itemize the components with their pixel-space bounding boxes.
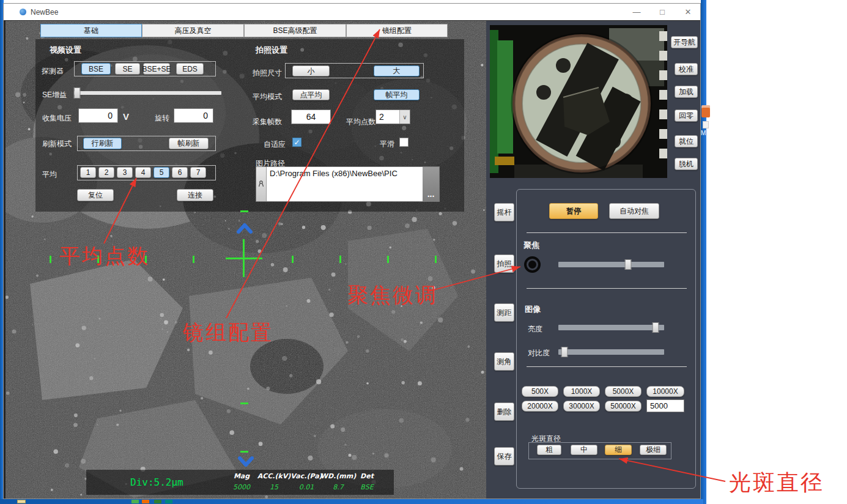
video-settings-title: 视频设置: [50, 45, 81, 56]
delete-button[interactable]: 删除: [494, 402, 514, 421]
browse-dots: ...: [427, 189, 435, 199]
scale-tick: [339, 256, 341, 263]
spot-coarse-button[interactable]: 粗: [537, 445, 561, 455]
desktop-partial-icon[interactable]: [703, 121, 709, 128]
minimize-button[interactable]: —: [626, 4, 647, 20]
measure-distance-button[interactable]: 测距: [494, 303, 514, 322]
title-bar[interactable]: NewBee — □ ✕: [4, 4, 700, 20]
average-6-button[interactable]: 6: [172, 167, 188, 178]
detector-eds-button[interactable]: EDS: [176, 63, 204, 75]
chevron-up-icon[interactable]: [237, 223, 253, 234]
contrast-slider[interactable]: [558, 349, 664, 355]
desktop-partial-icon[interactable]: [701, 105, 710, 117]
nav-inposition-button[interactable]: 就位: [675, 135, 698, 147]
taskbar-app-icon[interactable]: [165, 500, 172, 503]
path-input[interactable]: D:\Program Files (x86)\NewBee\PIC: [267, 167, 423, 201]
average-2-button[interactable]: 2: [98, 167, 114, 178]
mag-value-input[interactable]: [646, 399, 684, 412]
size-small-button[interactable]: 小: [292, 65, 330, 76]
focus-slider[interactable]: [558, 262, 664, 267]
nav-calibrate-button[interactable]: 校准: [675, 63, 698, 75]
brightness-slider[interactable]: [558, 325, 664, 330]
tab-bse-advanced[interactable]: BSE高级配置: [244, 24, 346, 37]
detector-bse-se-button[interactable]: BSE+SE: [143, 63, 170, 75]
adaptive-checkbox[interactable]: ✓: [292, 138, 301, 147]
frames-input[interactable]: [291, 109, 331, 124]
snapshot-button[interactable]: 拍照: [494, 254, 514, 273]
spot-size-label: 光斑直径: [531, 434, 561, 444]
mag-20000x-button[interactable]: 20000X: [522, 401, 558, 412]
path-value: D:\Program Files (x86)\NewBee\PIC: [270, 169, 398, 178]
window-title: NewBee: [31, 8, 58, 17]
se-gain-slider-thumb[interactable]: [73, 87, 80, 98]
mag-30000x-button[interactable]: 30000X: [563, 401, 600, 412]
connect-button[interactable]: 连接: [177, 189, 213, 201]
focus-slider-thumb[interactable]: [625, 259, 632, 270]
taskbar-app-icon[interactable]: [154, 500, 161, 503]
separator: [527, 366, 687, 367]
taskbar-app-icon[interactable]: [142, 500, 149, 503]
brightness-slider-thumb[interactable]: [653, 322, 659, 333]
average-7-button[interactable]: 7: [190, 167, 206, 178]
taskbar-sliver[interactable]: [0, 499, 703, 504]
detector-bse-button[interactable]: BSE: [81, 63, 111, 75]
collect-voltage-input[interactable]: [78, 108, 118, 123]
point-average-button[interactable]: 点平均: [292, 89, 330, 100]
spot-ultrafine-button[interactable]: 极细: [640, 445, 667, 455]
joystick-button[interactable]: 摇杆: [494, 203, 514, 221]
refresh-row-button[interactable]: 行刷新: [83, 138, 122, 149]
photo-size-label: 拍照尺寸: [253, 68, 282, 78]
autofocus-button[interactable]: 自动对焦: [609, 203, 659, 219]
save-button[interactable]: 保存: [494, 447, 514, 465]
check-icon: ✓: [294, 138, 300, 147]
nav-open-button[interactable]: 开导航: [671, 36, 698, 48]
detector-se-button[interactable]: SE: [115, 63, 140, 75]
se-gain-slider[interactable]: [74, 91, 221, 95]
desktop-right-sliver: [701, 0, 706, 504]
mag-5000x-button[interactable]: 5000X: [605, 386, 642, 397]
frames-label: 采集帧数: [253, 117, 282, 127]
average-label: 平均: [42, 169, 57, 180]
browse-button[interactable]: ...: [423, 167, 439, 201]
rotate-input[interactable]: [174, 108, 213, 123]
annotation-focus-trim: 聚焦微调: [347, 281, 438, 309]
taskbar-folder-icon[interactable]: [17, 500, 26, 503]
average-3-button[interactable]: 3: [117, 167, 133, 178]
scale-tick: [292, 256, 294, 263]
chevron-down-icon[interactable]: [238, 456, 254, 467]
mag-1000x-button[interactable]: 1000X: [563, 386, 600, 397]
chevron-down-icon[interactable]: ∨: [399, 110, 410, 124]
spot-fine-button[interactable]: 细: [605, 445, 632, 455]
pause-button[interactable]: 暂停: [549, 203, 598, 219]
collect-voltage-label: 收集电压: [42, 113, 72, 124]
taskbar-app-icon[interactable]: [131, 500, 139, 503]
size-large-button[interactable]: 大: [374, 65, 420, 76]
refresh-frame-button[interactable]: 帧刷新: [169, 138, 209, 149]
mag-500x-button[interactable]: 500X: [522, 386, 558, 397]
frame-average-button[interactable]: 帧平均: [374, 89, 420, 100]
mag-50000x-button[interactable]: 50000X: [605, 401, 642, 412]
average-1-button[interactable]: 1: [80, 167, 96, 178]
maximize-button[interactable]: □: [652, 4, 673, 20]
reset-button[interactable]: 复位: [77, 189, 114, 201]
flask-icon: [258, 180, 264, 188]
smooth-label: 平滑: [380, 139, 394, 149]
measure-angle-button[interactable]: 测角: [494, 352, 514, 371]
average-4-button[interactable]: 4: [135, 167, 151, 178]
close-button[interactable]: ✕: [678, 4, 698, 20]
focus-knob[interactable]: [524, 256, 541, 273]
nav-zero-button[interactable]: 回零: [675, 109, 698, 122]
tab-lens-config[interactable]: 镜组配置: [346, 24, 448, 37]
tab-basic[interactable]: 基础: [40, 24, 142, 37]
spot-medium-button[interactable]: 中: [571, 445, 597, 455]
avg-points-select[interactable]: 2 ∨: [375, 109, 410, 124]
average-5-button[interactable]: 5: [153, 167, 169, 178]
contrast-slider-thumb[interactable]: [561, 347, 568, 357]
mag-10000x-button[interactable]: 10000X: [646, 386, 684, 397]
path-pin-button[interactable]: [256, 167, 267, 201]
tab-hv-vacuum[interactable]: 高压及真空: [142, 24, 244, 37]
status-value: BSE: [347, 483, 387, 491]
nav-load-button[interactable]: 加载: [675, 86, 698, 98]
smooth-checkbox[interactable]: [399, 138, 409, 147]
nav-offline-button[interactable]: 脱机: [675, 158, 698, 170]
